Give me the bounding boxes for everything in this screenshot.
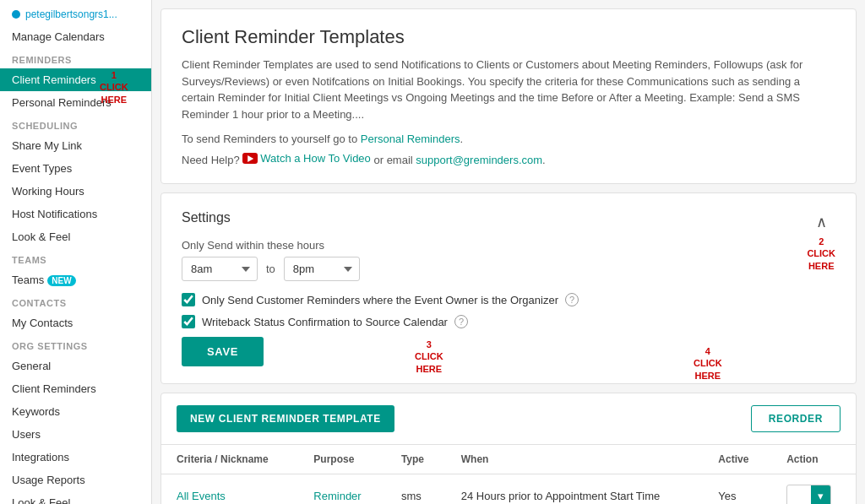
- support-email-link[interactable]: support@greminders.com: [416, 154, 542, 166]
- table-header-active: Active: [703, 445, 771, 474]
- sidebar-item-look-feel[interactable]: Look & Feel: [0, 225, 151, 248]
- table-cell-action[interactable]: ▾: [771, 474, 856, 505]
- table-cell-active: Yes: [703, 474, 771, 505]
- sidebar: petegilbertsongrs1... Manage Calendars R…: [0, 0, 152, 504]
- sidebar-section-org-settings: ORG SETTINGS: [0, 334, 151, 355]
- annotation-2: 2CLICKHERE: [807, 236, 835, 272]
- hours-label: Only Send within these hours: [182, 239, 579, 252]
- template-section: NEW CLIENT REMINDER TEMPLATE REORDER Cri…: [160, 393, 857, 504]
- table-cell-type: sms: [386, 474, 446, 505]
- watch-video-link[interactable]: Watch a How To Video: [242, 152, 371, 165]
- checkbox2-label: Writeback Status Confirmation to Source …: [202, 316, 448, 328]
- annotation-4: 4CLICKHERE: [694, 345, 722, 382]
- table-row: All EventsRemindersms24 Hours prior to A…: [161, 474, 856, 505]
- settings-header: Settings: [182, 210, 579, 225]
- user-dot: [12, 10, 20, 19]
- sidebar-item-host-notifications[interactable]: Host Notifications: [0, 203, 151, 225]
- page-title: Client Reminder Templates: [182, 26, 835, 48]
- table-cell-when: 24 Hours prior to Appointment Start Time: [446, 474, 704, 505]
- main-content: Client Reminder Templates Client Reminde…: [152, 0, 865, 504]
- table-header-when: When: [446, 445, 704, 474]
- sidebar-item-event-types[interactable]: Event Types: [0, 157, 151, 180]
- sidebar-item-working-hours[interactable]: Working Hours: [0, 180, 151, 203]
- page-description: Client Reminder Templates are used to se…: [182, 57, 835, 122]
- sidebar-item-my-contacts[interactable]: My Contacts: [0, 312, 151, 334]
- table-header-criteria---nickname: Criteria / Nickname: [161, 445, 298, 474]
- sidebar-item-keywords[interactable]: Keywords: [0, 400, 151, 423]
- annotation-1: 1CLICKHERE: [100, 69, 128, 106]
- action-dropdown-arrow[interactable]: ▾: [811, 485, 830, 504]
- help-icon-1[interactable]: ?: [565, 293, 579, 306]
- table-header-action: Action: [771, 445, 856, 474]
- sidebar-item-client-reminders-org[interactable]: Client Reminders: [0, 377, 151, 400]
- user-info: petegilbertsongrs1...: [0, 0, 151, 25]
- sidebar-item-look-feel-org[interactable]: Look & Feel: [0, 491, 151, 504]
- sidebar-section-contacts: CONTACTS: [0, 291, 151, 312]
- settings-section: Settings Only Send within these hours 8a…: [160, 192, 857, 384]
- sidebar-section-teams: TEAMS: [0, 248, 151, 268]
- to-label: to: [266, 263, 275, 275]
- sidebar-item-usage-reports[interactable]: Usage Reports: [0, 469, 151, 491]
- new-badge: NEW: [47, 275, 75, 286]
- sidebar-item-teams[interactable]: TeamsNEW: [0, 268, 151, 291]
- sidebar-item-general[interactable]: General: [0, 355, 151, 377]
- action-dropdown[interactable]: ▾: [786, 485, 831, 504]
- new-template-button[interactable]: NEW CLIENT REMINDER TEMPLATE: [177, 405, 394, 432]
- checkbox-row-1: Only Send Customer Reminders where the E…: [182, 293, 579, 306]
- collapse-button[interactable]: ∧: [809, 210, 833, 234]
- annotation-3: 3CLICKHERE: [415, 339, 443, 375]
- sidebar-section-scheduling: SCHEDULING: [0, 114, 151, 134]
- table-cell-purpose[interactable]: Reminder: [298, 474, 386, 505]
- writeback-checkbox[interactable]: [182, 315, 195, 328]
- time-range-row: 8am9am to 8pm9pm: [182, 257, 579, 281]
- organizer-checkbox[interactable]: [182, 293, 195, 306]
- video-icon: [242, 153, 258, 164]
- template-header: NEW CLIENT REMINDER TEMPLATE REORDER: [161, 393, 856, 445]
- save-button[interactable]: SAVE: [182, 337, 264, 366]
- sidebar-item-share-my-link[interactable]: Share My Link: [0, 134, 151, 157]
- template-table: Criteria / NicknamePurposeTypeWhenActive…: [161, 445, 856, 504]
- sidebar-item-manage-calendars[interactable]: Manage Calendars: [0, 25, 151, 48]
- sidebar-item-client-reminders[interactable]: Client Reminders: [0, 68, 151, 91]
- checkbox1-label: Only Send Customer Reminders where the E…: [202, 294, 558, 306]
- action-dropdown-main[interactable]: [787, 492, 811, 501]
- personal-reminders-line: To send Reminders to yourself go to Pers…: [182, 133, 835, 145]
- from-time-select[interactable]: 8am9am: [182, 257, 258, 281]
- sidebar-section-reminders: REMINDERS: [0, 48, 151, 68]
- sidebar-item-personal-reminders[interactable]: Personal Reminders: [0, 91, 151, 114]
- info-section: Client Reminder Templates Client Reminde…: [160, 8, 857, 184]
- watch-video-text: Watch a How To Video: [260, 152, 371, 165]
- help-icon-2[interactable]: ?: [454, 315, 468, 328]
- reorder-button[interactable]: REORDER: [751, 405, 841, 432]
- table-header-purpose: Purpose: [298, 445, 386, 474]
- personal-reminders-link[interactable]: Personal Reminders: [361, 133, 460, 145]
- user-email: petegilbertsongrs1...: [25, 8, 117, 20]
- help-line: Need Help? Watch a How To Video or email…: [182, 152, 835, 166]
- to-time-select[interactable]: 8pm9pm: [284, 257, 360, 281]
- table-header-type: Type: [386, 445, 446, 474]
- sidebar-item-users[interactable]: Users: [0, 423, 151, 446]
- checkbox-row-2: Writeback Status Confirmation to Source …: [182, 315, 579, 328]
- table-cell-criteria[interactable]: All Events: [161, 474, 298, 505]
- sidebar-item-integrations[interactable]: Integrations: [0, 446, 151, 469]
